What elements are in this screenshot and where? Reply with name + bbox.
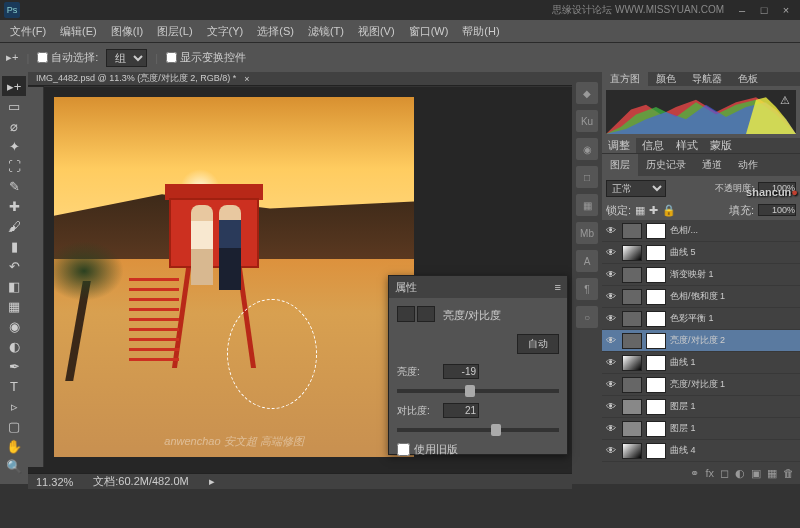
maximize-button[interactable]: □: [754, 3, 774, 17]
dodge-tool[interactable]: ◐: [2, 336, 26, 356]
layer-mask-icon[interactable]: ◻: [720, 467, 729, 480]
visibility-icon[interactable]: 👁: [604, 335, 618, 346]
tab-color[interactable]: 颜色: [648, 72, 684, 86]
layer-row[interactable]: 👁色相/饱和度 1: [602, 286, 800, 308]
layer-row[interactable]: 👁亮度/对比度 1: [602, 374, 800, 396]
layer-row[interactable]: 👁曲线 5: [602, 242, 800, 264]
layer-thumb[interactable]: [622, 245, 642, 261]
tab-actions[interactable]: 动作: [730, 154, 766, 176]
mask-thumb[interactable]: [646, 421, 666, 437]
visibility-icon[interactable]: 👁: [604, 225, 618, 236]
dock-icon[interactable]: □: [576, 166, 598, 188]
visibility-icon[interactable]: 👁: [604, 247, 618, 258]
visibility-icon[interactable]: 👁: [604, 379, 618, 390]
tab-masks[interactable]: 蒙版: [704, 138, 738, 153]
histogram-warning-icon[interactable]: ⚠: [780, 94, 790, 107]
visibility-icon[interactable]: 👁: [604, 401, 618, 412]
auto-select-checkbox[interactable]: [37, 52, 48, 63]
visibility-icon[interactable]: 👁: [604, 313, 618, 324]
layer-row[interactable]: 👁渐变映射 1: [602, 264, 800, 286]
menu-view[interactable]: 视图(V): [352, 22, 401, 41]
crop-tool[interactable]: ⛶: [2, 156, 26, 176]
lock-pixels-icon[interactable]: ▦: [635, 204, 645, 217]
contrast-input[interactable]: [443, 403, 479, 418]
layer-thumb[interactable]: [622, 443, 642, 459]
legacy-checkbox[interactable]: [397, 443, 410, 456]
mask-thumb[interactable]: [646, 245, 666, 261]
stamp-tool[interactable]: ▮: [2, 236, 26, 256]
hand-tool[interactable]: ✋: [2, 436, 26, 456]
mask-thumb[interactable]: [646, 443, 666, 459]
brush-tool[interactable]: 🖌: [2, 216, 26, 236]
layer-thumb[interactable]: [622, 289, 642, 305]
mask-thumb[interactable]: [646, 377, 666, 393]
tab-layers[interactable]: 图层: [602, 154, 638, 176]
lasso-tool[interactable]: ⌀: [2, 116, 26, 136]
dock-icon[interactable]: ◉: [576, 138, 598, 160]
layer-row[interactable]: 👁曲线 1: [602, 352, 800, 374]
mask-thumb[interactable]: [646, 289, 666, 305]
brightness-input[interactable]: [443, 364, 479, 379]
menu-file[interactable]: 文件(F): [4, 22, 52, 41]
marquee-tool[interactable]: ▭: [2, 96, 26, 116]
menu-image[interactable]: 图像(I): [105, 22, 149, 41]
new-group-icon[interactable]: ▣: [751, 467, 761, 480]
dock-icon[interactable]: Mb: [576, 222, 598, 244]
dock-icon[interactable]: ▦: [576, 194, 598, 216]
layer-row[interactable]: 👁色彩平衡 1: [602, 308, 800, 330]
delete-layer-icon[interactable]: 🗑: [783, 467, 794, 479]
type-tool[interactable]: T: [2, 376, 26, 396]
layer-row[interactable]: 👁图层 1: [602, 418, 800, 440]
fill-input[interactable]: [758, 204, 796, 216]
menu-type[interactable]: 文字(Y): [201, 22, 250, 41]
close-button[interactable]: ×: [776, 3, 796, 17]
menu-select[interactable]: 选择(S): [251, 22, 300, 41]
auto-button[interactable]: 自动: [517, 334, 559, 354]
layer-thumb[interactable]: [622, 377, 642, 393]
menu-help[interactable]: 帮助(H): [456, 22, 505, 41]
menu-edit[interactable]: 编辑(E): [54, 22, 103, 41]
pen-tool[interactable]: ✒: [2, 356, 26, 376]
brightness-slider[interactable]: [397, 389, 559, 393]
tab-styles[interactable]: 样式: [670, 138, 704, 153]
tab-histogram[interactable]: 直方图: [602, 72, 648, 86]
layer-row[interactable]: 👁图层 1: [602, 396, 800, 418]
contrast-slider[interactable]: [397, 428, 559, 432]
blend-mode-dropdown[interactable]: 正常: [606, 180, 666, 197]
tab-channels[interactable]: 通道: [694, 154, 730, 176]
document-tab[interactable]: IMG_4482.psd @ 11.3% (亮度/对比度 2, RGB/8) *…: [28, 72, 572, 86]
dock-icon[interactable]: ◆: [576, 82, 598, 104]
layer-thumb[interactable]: [622, 399, 642, 415]
properties-panel[interactable]: 属性 ≡ 亮度/对比度 自动 亮度: 对比度: 使用旧版: [388, 275, 568, 455]
show-transform-checkbox[interactable]: [166, 52, 177, 63]
panel-menu-icon[interactable]: ≡: [555, 281, 561, 293]
layer-fx-icon[interactable]: fx: [705, 467, 714, 479]
visibility-icon[interactable]: 👁: [604, 269, 618, 280]
visibility-icon[interactable]: 👁: [604, 445, 618, 456]
mask-thumb[interactable]: [646, 267, 666, 283]
mask-thumb[interactable]: [646, 311, 666, 327]
zoom-tool[interactable]: 🔍: [2, 456, 26, 476]
eraser-tool[interactable]: ◧: [2, 276, 26, 296]
menu-layer[interactable]: 图层(L): [151, 22, 198, 41]
new-layer-icon[interactable]: ▦: [767, 467, 777, 480]
visibility-icon[interactable]: 👁: [604, 423, 618, 434]
mask-thumb[interactable]: [646, 355, 666, 371]
tab-info[interactable]: 信息: [636, 138, 670, 153]
mask-icon[interactable]: [417, 306, 435, 322]
layer-thumb[interactable]: [622, 355, 642, 371]
visibility-icon[interactable]: 👁: [604, 291, 618, 302]
history-brush-tool[interactable]: ↶: [2, 256, 26, 276]
menu-window[interactable]: 窗口(W): [403, 22, 455, 41]
adj-icon[interactable]: [397, 306, 415, 322]
tab-swatches[interactable]: 色板: [730, 72, 766, 86]
layer-row[interactable]: 👁色相/...: [602, 220, 800, 242]
lock-all-icon[interactable]: 🔒: [662, 204, 676, 217]
layer-thumb[interactable]: [622, 311, 642, 327]
marquee-selection[interactable]: [227, 299, 317, 409]
move-tool[interactable]: ▸+: [2, 76, 26, 96]
layer-row[interactable]: 👁曲线 4: [602, 440, 800, 462]
blur-tool[interactable]: ◉: [2, 316, 26, 336]
visibility-icon[interactable]: 👁: [604, 357, 618, 368]
shape-tool[interactable]: ▢: [2, 416, 26, 436]
